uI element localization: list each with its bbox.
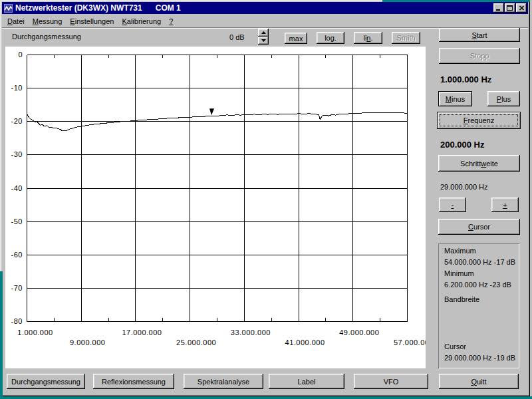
attenuation-spinner-down[interactable]	[258, 37, 269, 45]
stopp-button: Stopp	[439, 48, 520, 64]
minimize-button[interactable]	[493, 3, 504, 13]
title-bar[interactable]: Netzwerktester (DK3WX) NWT731 COM 1	[2, 2, 528, 14]
x-axis-label: 1.000.000	[17, 329, 53, 336]
y-axis-label: -40	[11, 184, 23, 192]
menu-item-help[interactable]: ?	[165, 16, 177, 27]
step-minus-button[interactable]: -	[439, 198, 466, 212]
cursor-frequency-value: 29.000.000 Hz	[440, 183, 488, 191]
desktop-strip-left	[0, 271, 3, 399]
maximum-label: Maximum	[444, 247, 476, 255]
desktop-strip-top	[382, 0, 530, 2]
menu-item-messung[interactable]: Messung	[29, 16, 66, 27]
x-axis-label: 41.000.000	[285, 338, 325, 346]
vfo-button[interactable]: VFO	[354, 374, 428, 389]
maximize-button[interactable]	[505, 3, 515, 13]
maximize-icon	[507, 5, 513, 11]
quitt-button[interactable]: Quitt	[439, 374, 519, 389]
arrow-down-icon	[261, 39, 266, 42]
start-frequency-value: 1.000.000 Hz	[440, 75, 491, 84]
y-axis-label: -10	[11, 84, 23, 92]
attenuation-value: 0 dB	[229, 33, 245, 41]
plus-button[interactable]: Plus	[487, 91, 520, 106]
minus-button[interactable]: Minus	[438, 91, 472, 106]
bandbreite-label: Bandbreite	[444, 295, 479, 303]
screen: { "colors": { "titlebar": "#000080", "wi…	[0, 0, 532, 399]
step-frequency-value: 200.000 Hz	[440, 140, 485, 150]
y-axis-label: -50	[11, 217, 23, 225]
reflexionsmessung-button[interactable]: Reflexionsmessung	[93, 374, 174, 389]
arrow-up-icon	[261, 31, 266, 34]
x-axis-label: 9.000.000	[70, 338, 105, 346]
menu-bar: Datei Messung Einstellungen Kalibrierung…	[2, 15, 528, 27]
max-button[interactable]: max	[285, 33, 307, 44]
x-axis-label: 17.000.000	[122, 329, 162, 336]
minimum-value: 6.200.000 Hz -23 dB	[444, 281, 511, 289]
maximum-value: 54.000.000 Hz -17 dB	[444, 258, 515, 266]
log-button[interactable]: log.	[317, 32, 344, 44]
close-icon	[519, 5, 525, 11]
window-controls	[493, 3, 527, 13]
app-icon	[4, 4, 13, 13]
app-window: Netzwerktester (DK3WX) NWT731 COM 1 Date…	[0, 0, 530, 396]
y-axis-label: -80	[11, 317, 23, 325]
window-title: Netzwerktester (DK3WX) NWT731 COM 1	[15, 3, 181, 13]
schrittweite-button[interactable]: Schrittweite	[438, 155, 520, 172]
menu-item-datei[interactable]: Datei	[3, 16, 29, 27]
trace-line	[27, 113, 407, 131]
menu-item-einstellungen[interactable]: Einstellungen	[66, 16, 118, 27]
x-axis-label: 57.000.000	[394, 338, 426, 346]
y-axis-label: 0	[18, 51, 23, 59]
x-axis-label: 33.000.000	[231, 329, 271, 336]
desktop-strip-bottom	[0, 396, 532, 399]
y-axis-label: -30	[11, 150, 23, 158]
durchgangsmessung-button[interactable]: Durchgangsmessung	[7, 374, 85, 389]
attenuation-spinner-up[interactable]	[258, 29, 269, 37]
cursor-button[interactable]: Cursor	[438, 219, 520, 235]
step-plus-button[interactable]: +	[491, 198, 519, 212]
smith-button: Smith	[392, 32, 420, 44]
minimum-label: Minimum	[444, 269, 474, 277]
x-axis-label: 49.000.000	[339, 329, 379, 336]
mode-label: Durchgangsmessung	[12, 33, 81, 41]
menu-item-kalibrierung[interactable]: Kalibrierung	[118, 16, 165, 27]
frequenz-button[interactable]: Frequenz	[437, 112, 521, 129]
cursor-value: 29.000.000 Hz -19 dB	[444, 354, 515, 362]
measurement-chart: 0-10-20-30-40-50-60-70-801.000.00017.000…	[5, 47, 426, 368]
y-axis-label: -20	[11, 117, 23, 125]
y-axis-label: -70	[11, 284, 23, 292]
cursor-marker	[209, 108, 214, 115]
label-button[interactable]: Label	[269, 374, 344, 389]
y-axis-label: -60	[11, 251, 23, 259]
start-button[interactable]: Start	[439, 28, 520, 42]
x-axis-label: 25.000.000	[176, 338, 216, 346]
close-button[interactable]	[516, 3, 527, 13]
spektralanalyse-button[interactable]: Spektralanalyse	[184, 374, 263, 389]
chart-panel[interactable]: 0-10-20-30-40-50-60-70-801.000.00017.000…	[5, 47, 426, 368]
minimize-icon	[495, 5, 502, 11]
measurement-info-panel: Maximum 54.000.000 Hz -17 dB Minimum 6.2…	[438, 243, 519, 368]
cursor-label: Cursor	[444, 342, 466, 350]
lin-button[interactable]: lin.	[354, 32, 382, 44]
